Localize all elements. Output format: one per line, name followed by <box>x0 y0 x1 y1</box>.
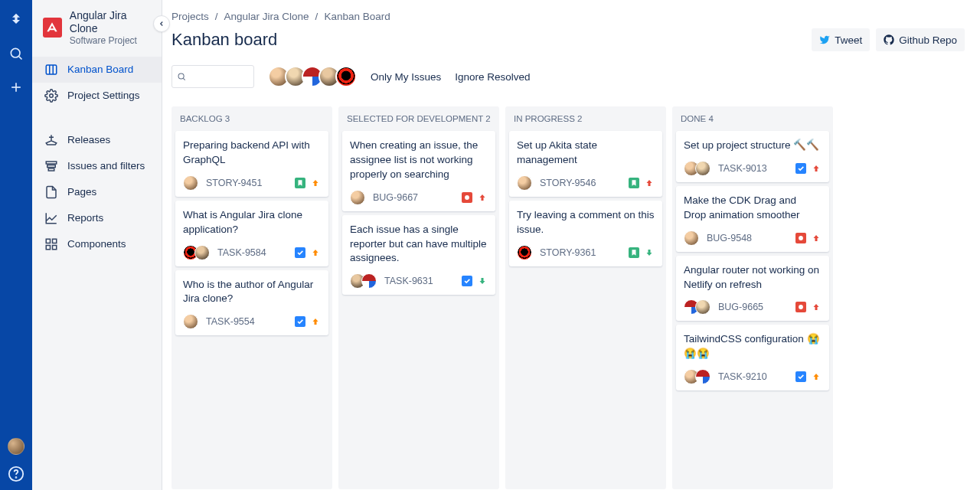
sidebar-item-kanban[interactable]: Kanban Board <box>32 57 162 83</box>
issue-card[interactable]: Set up project structure 🔨🔨TASK-9013 <box>676 131 829 182</box>
sidebar-item-label: Pages <box>67 186 96 198</box>
project-name: Angular Jira Clone <box>70 9 154 35</box>
assignee-avatars <box>684 299 710 315</box>
component-icon <box>44 237 58 251</box>
issue-type-icon <box>795 371 806 382</box>
gear-icon <box>44 89 58 103</box>
avatar <box>695 369 710 384</box>
global-nav-rail <box>0 0 32 490</box>
column-title: DONE 4 <box>676 113 829 131</box>
assignee-avatars <box>517 245 532 260</box>
issue-title: Make the CDK Drag and Drop animation smo… <box>684 194 822 223</box>
issue-card[interactable]: Try leaving a comment on this issue.STOR… <box>509 201 662 266</box>
svg-line-18 <box>183 78 185 80</box>
assignee-avatars <box>183 175 198 191</box>
sidebar-item-releases[interactable]: Releases <box>32 127 162 153</box>
sidebar-item-label: Components <box>67 238 126 250</box>
issue-key: BUG-9667 <box>373 192 418 203</box>
issue-title: Try leaving a comment on this issue. <box>517 208 655 237</box>
github-button[interactable]: Github Repo <box>876 28 965 51</box>
help-icon[interactable] <box>8 466 24 482</box>
avatar <box>695 161 710 176</box>
issue-card[interactable]: Each issue has a single reporter but can… <box>342 215 495 296</box>
breadcrumb-link[interactable]: Angular Jira Clone <box>224 11 309 22</box>
issue-card[interactable]: Set up Akita state managementSTORY-9546 <box>509 131 662 197</box>
project-subtitle: Software Project <box>70 35 154 46</box>
ignore-resolved-filter[interactable]: Ignore Resolved <box>455 71 530 83</box>
issue-title: Angular router not working on Netlify on… <box>684 263 822 292</box>
tweet-button[interactable]: Tweet <box>812 28 870 51</box>
issue-key: TASK-9631 <box>384 276 433 286</box>
issue-type-icon <box>629 247 639 258</box>
assignee-avatars <box>183 245 210 260</box>
priority-icon <box>477 276 488 286</box>
page-title: Kanban board <box>172 30 277 50</box>
breadcrumb-link[interactable]: Projects <box>172 11 209 22</box>
board-column: DONE 4Set up project structure 🔨🔨TASK-90… <box>672 106 833 489</box>
priority-icon <box>644 247 655 258</box>
issue-key: BUG-9548 <box>707 233 752 243</box>
issue-card[interactable]: When creating an issue, the assignee lis… <box>342 131 495 211</box>
issue-key: TASK-9210 <box>718 371 767 382</box>
issue-card[interactable]: Make the CDK Drag and Drop animation smo… <box>676 186 829 252</box>
sidebar-item-label: Project Settings <box>67 90 140 101</box>
breadcrumb: Projects / Angular Jira Clone / Kanban B… <box>172 11 965 22</box>
issue-card[interactable]: TailwindCSS configuration 😭😭😭TASK-9210 <box>676 325 829 390</box>
issue-key: TASK-9013 <box>718 163 767 174</box>
issue-type-icon <box>295 178 305 188</box>
issue-title: Each issue has a single reporter but can… <box>350 223 488 266</box>
issue-key: STORY-9361 <box>540 247 596 258</box>
sidebar-item-reports[interactable]: Reports <box>32 205 162 231</box>
user-avatar[interactable] <box>8 438 24 455</box>
priority-icon <box>310 316 321 327</box>
sidebar-item-label: Kanban Board <box>67 64 133 75</box>
twitter-icon <box>819 34 830 45</box>
issue-title: Who is the author of Angular Jira clone? <box>183 278 321 307</box>
breadcrumb-link[interactable]: Kanban Board <box>324 11 390 22</box>
assignee-avatars <box>350 273 377 289</box>
create-icon[interactable] <box>5 77 27 98</box>
issue-card[interactable]: What is Angular Jira clone application?T… <box>175 201 328 266</box>
avatar <box>194 245 210 260</box>
assignee-avatars <box>684 161 710 176</box>
priority-icon <box>310 178 321 188</box>
member-filter <box>268 66 357 87</box>
board-column: BACKLOG 3Preparing backend API with Grap… <box>172 106 332 489</box>
jira-logo-icon[interactable] <box>5 9 27 31</box>
project-sidebar: Angular Jira Clone Software Project Kanb… <box>32 0 162 490</box>
search-input[interactable] <box>172 65 254 88</box>
svg-line-1 <box>19 57 22 60</box>
priority-icon <box>811 163 822 174</box>
issue-card[interactable]: Angular router not working on Netlify on… <box>676 256 829 322</box>
issue-card[interactable]: Preparing backend API with GraphQLSTORY-… <box>175 131 328 197</box>
sidebar-item-settings[interactable]: Project Settings <box>32 83 162 109</box>
column-title: BACKLOG 3 <box>175 113 328 131</box>
only-my-issues-filter[interactable]: Only My Issues <box>371 71 441 83</box>
avatar <box>517 175 532 191</box>
avatar <box>183 314 198 329</box>
search-icon <box>177 71 186 82</box>
sidebar-item-components[interactable]: Components <box>32 231 162 257</box>
search-icon[interactable] <box>5 43 27 64</box>
search-field[interactable] <box>186 71 249 83</box>
issue-title: Set up Akita state management <box>517 139 655 168</box>
issue-key: STORY-9546 <box>540 178 596 188</box>
column-title: IN PROGRESS 2 <box>509 113 662 131</box>
sidebar-item-pages[interactable]: Pages <box>32 179 162 205</box>
issue-type-icon <box>462 192 472 203</box>
svg-rect-11 <box>47 165 56 167</box>
issue-key: BUG-9665 <box>718 302 763 312</box>
sidebar-item-issues[interactable]: Issues and filters <box>32 153 162 179</box>
page-icon <box>44 185 58 199</box>
avatar <box>350 190 365 205</box>
avatar <box>684 230 699 246</box>
avatar <box>517 245 532 260</box>
svg-point-17 <box>178 74 184 79</box>
priority-icon <box>477 192 488 203</box>
issue-card[interactable]: Who is the author of Angular Jira clone?… <box>175 270 328 336</box>
svg-rect-12 <box>48 168 54 171</box>
svg-rect-16 <box>53 245 57 249</box>
assignee-avatars <box>183 314 198 329</box>
avatar[interactable] <box>335 66 357 87</box>
board-icon <box>44 63 58 77</box>
